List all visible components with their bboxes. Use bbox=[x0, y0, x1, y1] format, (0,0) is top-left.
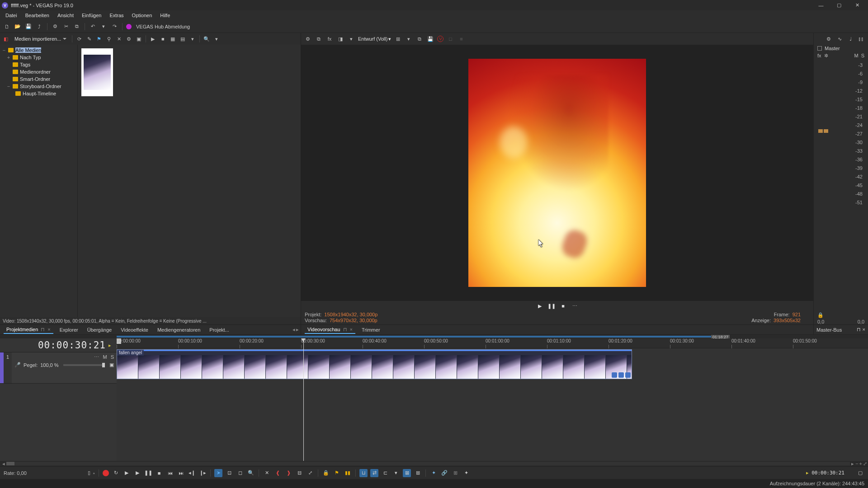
menu-extras[interactable]: Extras bbox=[106, 12, 127, 19]
track-mute-button[interactable]: M bbox=[103, 354, 107, 360]
tree-node-nachtyp[interactable]: +Nach Typ bbox=[0, 54, 77, 61]
split-dropdown-icon[interactable]: ▾ bbox=[347, 35, 355, 43]
more-button[interactable]: ⋯ bbox=[571, 302, 579, 310]
tabs-prev-icon[interactable]: ◂ bbox=[292, 327, 295, 333]
minimize-button[interactable]: — bbox=[812, 0, 830, 10]
tab-explorer[interactable]: Explorer bbox=[55, 326, 83, 334]
tab-uebergaenge[interactable]: Übergänge bbox=[83, 326, 116, 334]
video-display[interactable] bbox=[301, 45, 813, 301]
ripple-dropdown-icon[interactable]: ▾ bbox=[392, 469, 400, 477]
maximize-timeline-button[interactable]: ▢ bbox=[856, 469, 864, 477]
preview-external-icon[interactable]: ⧉ bbox=[315, 35, 323, 43]
ripple-button[interactable]: ⊏ bbox=[381, 469, 389, 477]
tab-mediengeneratoren[interactable]: Mediengeneratoren bbox=[153, 326, 205, 334]
fx-button[interactable]: fx bbox=[817, 53, 821, 59]
menu-optionen[interactable]: Optionen bbox=[128, 12, 156, 19]
tree-node-all[interactable]: −Alle Medien bbox=[0, 47, 77, 54]
quantize-button[interactable]: ⊞ bbox=[414, 469, 422, 477]
close-icon[interactable]: × bbox=[863, 327, 865, 333]
share-button[interactable]: ⤢ bbox=[306, 469, 314, 477]
marker-button[interactable]: ⚑ bbox=[333, 469, 341, 477]
track-lane-1[interactable]: fallen angel bbox=[117, 348, 868, 380]
scroll-right-icon[interactable]: ▸ bbox=[850, 461, 855, 467]
pegel-slider[interactable] bbox=[63, 364, 105, 366]
lock-icon[interactable]: 🔒 bbox=[814, 312, 868, 318]
record-button[interactable] bbox=[103, 470, 109, 476]
preview-props-icon[interactable]: ⚙ bbox=[304, 35, 312, 43]
region-button[interactable]: ▮▮ bbox=[344, 469, 352, 477]
tracks-area[interactable]: 00:00:00:0000:00:10:0000:00:20:0000:00:3… bbox=[117, 338, 868, 461]
timecode-display[interactable]: 00:00:30:21 ▸ bbox=[0, 338, 117, 352]
auto-crossfade-button[interactable]: ⊠ bbox=[403, 469, 411, 477]
play-start-button[interactable]: ▶ bbox=[123, 469, 131, 477]
pin-icon[interactable]: ⊓ bbox=[857, 327, 861, 333]
tree-node-haupt[interactable]: Haupt-Timeline bbox=[0, 90, 77, 97]
track-mic-icon[interactable]: 🎤 bbox=[14, 362, 21, 368]
auto-preview-icon[interactable]: ▦ bbox=[169, 35, 177, 43]
auto-icon[interactable]: ✲ bbox=[824, 53, 828, 59]
copy-icon[interactable]: ⧉ bbox=[73, 23, 81, 31]
stop-icon[interactable]: ■ bbox=[159, 35, 167, 43]
scroll-track[interactable] bbox=[6, 462, 850, 465]
pause-button[interactable]: ❚❚ bbox=[548, 302, 555, 310]
loop-button[interactable]: ↻ bbox=[112, 469, 120, 477]
scroll-left-icon[interactable]: ◂ bbox=[1, 461, 6, 467]
overlay-icon[interactable]: ⊞ bbox=[394, 35, 402, 43]
normal-edit-tool[interactable]: ➤ bbox=[214, 469, 222, 477]
cut-icon[interactable]: ✂ bbox=[62, 23, 70, 31]
save-frame-icon[interactable]: 💾 bbox=[426, 35, 434, 43]
rate-handle-icon[interactable]: ▯ bbox=[88, 470, 90, 476]
undo-dropdown-icon[interactable]: ▾ bbox=[99, 23, 108, 31]
menu-hilfe[interactable]: Hilfe bbox=[156, 12, 174, 19]
play-button-tl[interactable]: ▶ bbox=[133, 469, 142, 477]
scopes-icon[interactable]: V bbox=[437, 36, 443, 42]
timeline-timecode[interactable]: 00:00:30:21 bbox=[811, 470, 844, 476]
playhead-line[interactable] bbox=[303, 338, 304, 461]
pin-icon[interactable]: ⊓ bbox=[41, 327, 45, 332]
pause-button-tl[interactable]: ❚❚ bbox=[144, 469, 152, 477]
selection-tool[interactable]: ◻ bbox=[236, 469, 244, 477]
split-screen-icon[interactable]: ◨ bbox=[336, 35, 344, 43]
gear-icon[interactable]: ⚙ bbox=[125, 35, 133, 43]
time-ruler[interactable]: 00:00:00:0000:00:10:0000:00:20:0000:00:3… bbox=[117, 338, 868, 348]
stop-button-tl[interactable]: ■ bbox=[155, 469, 163, 477]
rate-handle-icon[interactable]: ▵ bbox=[93, 471, 95, 475]
loop-region[interactable] bbox=[117, 336, 728, 338]
slider-knob[interactable] bbox=[102, 363, 105, 367]
play-icon[interactable]: ▶ bbox=[149, 35, 157, 43]
tree-node-storyboard[interactable]: −Storyboard-Ordner bbox=[0, 83, 77, 90]
save-project-icon[interactable]: 💾 bbox=[24, 23, 33, 31]
tab-trimmer[interactable]: Trimmer bbox=[357, 326, 385, 334]
mute-button[interactable]: M bbox=[854, 53, 858, 59]
close-icon[interactable]: × bbox=[47, 327, 50, 332]
clip-fade-bar[interactable] bbox=[117, 350, 632, 351]
menu-ansicht[interactable]: Ansicht bbox=[54, 12, 77, 19]
properties-icon[interactable]: ⚙ bbox=[51, 23, 59, 31]
options-dropdown-icon[interactable]: ▾ bbox=[212, 35, 221, 43]
clip-more-icon[interactable] bbox=[625, 372, 631, 378]
split-button[interactable]: ⊟ bbox=[295, 469, 303, 477]
capture-icon[interactable]: ▣ bbox=[135, 35, 143, 43]
trim-start-button[interactable]: ❰ bbox=[274, 469, 282, 477]
zoom-fit-icon[interactable]: ⤢ bbox=[863, 461, 867, 467]
tab-videovorschau[interactable]: Videovorschau⊓× bbox=[303, 325, 357, 334]
stop-button[interactable]: ■ bbox=[560, 302, 567, 310]
scale-icon[interactable]: □ bbox=[446, 35, 454, 43]
pen-icon[interactable]: ✎ bbox=[85, 35, 93, 43]
prev-frame-button[interactable]: ◂❙ bbox=[188, 469, 196, 477]
close-button[interactable]: ✕ bbox=[848, 0, 866, 10]
quality-dropdown[interactable]: Entwurf (Voll)▾ bbox=[358, 36, 391, 42]
list-icon[interactable]: ≡ bbox=[457, 35, 465, 43]
clip-pan-icon[interactable] bbox=[612, 372, 617, 378]
render-icon[interactable]: ⤴ bbox=[35, 23, 43, 31]
tab-videoeffekte[interactable]: Videoeffekte bbox=[116, 326, 153, 334]
menu-bearbeiten[interactable]: Bearbeiten bbox=[22, 12, 53, 19]
timeline-scrollbar[interactable]: ◂ ▸ − + ⤢ bbox=[0, 461, 868, 466]
pin-icon[interactable]: ⊓ bbox=[343, 327, 347, 332]
meter-icon[interactable]: ⫿⫿ bbox=[857, 35, 865, 43]
copy-frame-icon[interactable]: ⧉ bbox=[415, 35, 424, 43]
master-checkbox[interactable] bbox=[817, 46, 822, 51]
tree-node-smart[interactable]: Smart-Ordner bbox=[0, 75, 77, 83]
color-button[interactable]: ✦ bbox=[462, 469, 470, 477]
delete-button[interactable]: ✕ bbox=[263, 469, 271, 477]
